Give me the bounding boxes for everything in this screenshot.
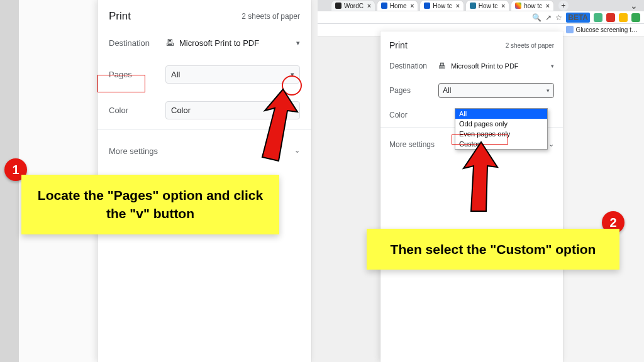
dropdown-option-odd[interactable]: Odd pages only xyxy=(455,119,547,129)
beta-badge: BETA xyxy=(566,13,590,23)
close-icon[interactable]: × xyxy=(367,3,371,9)
browser-toolbar: 🔍 ↗ ☆ BETA xyxy=(318,11,644,24)
close-icon[interactable]: × xyxy=(501,3,505,9)
extension-icon[interactable] xyxy=(606,13,615,22)
bookmark-favicon xyxy=(566,26,574,33)
bookmark-item[interactable]: Glucose screening t… xyxy=(566,26,638,33)
color-value: Color xyxy=(171,106,191,115)
close-icon[interactable]: × xyxy=(456,3,460,9)
destination-label: Destination xyxy=(389,62,438,70)
document-preview-bg xyxy=(563,36,644,362)
favicon xyxy=(470,3,476,9)
close-icon[interactable]: × xyxy=(546,3,550,9)
browser-tab[interactable]: How tc × xyxy=(420,1,463,11)
svg-marker-0 xyxy=(262,89,297,161)
zoom-icon[interactable]: 🔍 xyxy=(532,13,541,22)
tutorial-step-1: Print 2 sheets of paper Destination 🖶 Mi… xyxy=(0,0,318,362)
more-settings-label: More settings xyxy=(389,140,435,149)
browser-tab[interactable]: Home × xyxy=(377,1,418,11)
sheet-count: 2 sheets of paper xyxy=(506,42,554,49)
destination-select[interactable]: 🖶 Microsoft Print to PDF xyxy=(438,62,519,70)
chevron-down-icon[interactable] xyxy=(551,63,554,69)
destination-label: Destination xyxy=(109,38,165,48)
favicon xyxy=(424,3,430,9)
callout-2: Then select the "Custom" option xyxy=(367,229,619,270)
arrow-annotation xyxy=(248,87,299,168)
chevron-down-icon[interactable] xyxy=(296,39,300,47)
dropdown-option-all[interactable]: All xyxy=(455,109,547,119)
share-icon[interactable]: ↗ xyxy=(545,13,552,22)
callout-1: Locate the "Pages" option and click the … xyxy=(21,175,279,234)
window-edge xyxy=(0,0,19,362)
favicon xyxy=(381,3,387,9)
window-chevron-icon[interactable]: ⌄ xyxy=(630,1,638,11)
pages-value: All xyxy=(443,86,451,95)
extension-icon[interactable] xyxy=(619,13,628,22)
browser-tab[interactable]: how tc × xyxy=(511,1,553,11)
new-tab-button[interactable]: + xyxy=(558,1,569,11)
color-label: Color xyxy=(389,111,438,119)
chevron-down-icon xyxy=(547,87,550,94)
close-icon[interactable]: × xyxy=(410,3,414,9)
pages-select[interactable]: All xyxy=(438,83,554,98)
browser-tab-strip: WordC × Home × How tc × How tc × how tc … xyxy=(318,0,644,11)
star-icon[interactable]: ☆ xyxy=(555,13,562,22)
more-settings-label: More settings xyxy=(109,146,158,156)
sheet-count: 2 sheets of paper xyxy=(242,12,300,21)
svg-marker-1 xyxy=(464,142,497,211)
printer-icon: 🖶 xyxy=(165,38,174,48)
pages-value: All xyxy=(171,70,180,79)
print-title: Print xyxy=(389,40,408,50)
highlight-pages-label xyxy=(97,75,145,92)
extension-icon[interactable] xyxy=(631,13,640,22)
printer-icon: 🖶 xyxy=(438,62,446,70)
chevron-down-icon: ⌄ xyxy=(548,140,554,149)
favicon xyxy=(515,3,521,9)
browser-tab[interactable]: How tc × xyxy=(466,1,509,11)
destination-value: Microsoft Print to PDF xyxy=(451,62,519,70)
destination-select[interactable]: 🖶 Microsoft Print to PDF xyxy=(165,38,259,48)
pages-label: Pages xyxy=(389,86,438,95)
extension-icon[interactable] xyxy=(594,13,602,22)
favicon xyxy=(335,3,341,9)
color-label: Color xyxy=(109,106,165,115)
destination-value: Microsoft Print to PDF xyxy=(179,38,259,48)
arrow-annotation xyxy=(457,140,501,215)
browser-tab[interactable]: WordC × xyxy=(331,1,375,11)
pages-select[interactable]: All xyxy=(165,65,300,84)
tutorial-step-2: WordC × Home × How tc × How tc × how tc … xyxy=(318,0,644,362)
print-title: Print xyxy=(109,10,131,23)
